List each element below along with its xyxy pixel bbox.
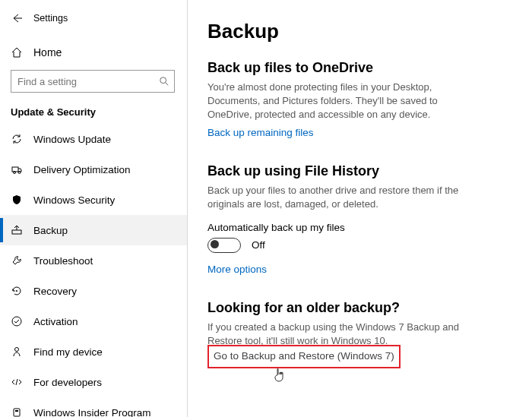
- svg-rect-4: [12, 230, 21, 234]
- delivery-icon: [11, 163, 23, 175]
- svg-point-2: [14, 172, 16, 174]
- svg-point-6: [12, 317, 21, 326]
- svg-point-5: [16, 290, 17, 292]
- svg-rect-1: [12, 167, 18, 172]
- cursor-icon: [273, 368, 285, 383]
- sync-icon: [11, 133, 23, 145]
- home-icon: [11, 46, 23, 58]
- sidebar-item-windows-security[interactable]: Windows Security: [0, 185, 187, 215]
- nav-list: Windows Update Delivery Optimization Win…: [0, 124, 187, 417]
- sidebar-item-windows-update[interactable]: Windows Update: [0, 124, 187, 154]
- sidebar-item-label: Backup: [33, 225, 68, 236]
- sidebar-item-label: Windows Update: [33, 134, 111, 145]
- sidebar-item-backup[interactable]: Backup: [0, 215, 187, 245]
- sidebar-item-label: Windows Security: [33, 194, 115, 206]
- recovery-icon: [11, 285, 23, 297]
- sidebar-item-label: Recovery: [33, 286, 77, 297]
- shield-icon: [11, 194, 23, 206]
- home-nav[interactable]: Home: [11, 38, 176, 67]
- sidebar-item-for-developers[interactable]: For developers: [0, 367, 187, 397]
- backup-icon: [11, 224, 23, 236]
- svg-point-7: [15, 348, 19, 352]
- auto-backup-label: Automatically back up my files: [207, 222, 481, 233]
- sidebar-item-label: For developers: [33, 377, 102, 388]
- sidebar-item-troubleshoot[interactable]: Troubleshoot: [0, 245, 187, 276]
- goto-backup-restore-link[interactable]: Go to Backup and Restore (Windows 7): [214, 350, 394, 362]
- svg-rect-8: [14, 409, 20, 416]
- sidebar-item-recovery[interactable]: Recovery: [0, 276, 187, 306]
- search-icon: [159, 76, 169, 87]
- activation-icon: [11, 315, 23, 327]
- find-device-icon: [11, 346, 23, 358]
- sidebar-item-label: Delivery Optimization: [33, 164, 131, 175]
- sidebar-item-delivery-optimization[interactable]: Delivery Optimization: [0, 154, 187, 185]
- window-title: Settings: [33, 13, 68, 24]
- sidebar-item-find-my-device[interactable]: Find my device: [0, 336, 187, 367]
- sidebar-item-label: Troubleshoot: [33, 255, 93, 267]
- sidebar-item-label: Find my device: [33, 346, 103, 358]
- svg-point-0: [160, 77, 166, 84]
- highlight-box: Go to Backup and Restore (Windows 7): [207, 345, 401, 368]
- sidebar-item-windows-insider[interactable]: Windows Insider Program: [0, 397, 187, 417]
- filehistory-heading: Back up using File History: [207, 163, 481, 179]
- older-backup-heading: Looking for an older backup?: [207, 300, 481, 316]
- insider-icon: [11, 406, 23, 417]
- page-title: Backup: [207, 20, 512, 43]
- back-icon[interactable]: [11, 12, 23, 24]
- sidebar-item-label: Activation: [33, 316, 78, 327]
- backup-remaining-link[interactable]: Back up remaining files: [207, 127, 314, 138]
- developers-icon: [11, 376, 23, 388]
- older-backup-desc: If you created a backup using the Window…: [207, 321, 481, 348]
- troubleshoot-icon: [11, 254, 23, 267]
- search-input[interactable]: [11, 70, 175, 93]
- more-options-link[interactable]: More options: [207, 264, 267, 275]
- onedrive-desc: You're almost done protecting files in y…: [207, 81, 481, 122]
- svg-rect-9: [15, 410, 18, 412]
- sidebar-item-label: Windows Insider Program: [33, 407, 151, 418]
- onedrive-heading: Back up files to OneDrive: [207, 60, 481, 76]
- sidebar-item-activation[interactable]: Activation: [0, 306, 187, 336]
- section-title: Update & Security: [0, 93, 187, 124]
- home-label: Home: [33, 46, 62, 58]
- svg-point-3: [18, 172, 21, 174]
- main-content: Backup Back up files to OneDrive You're …: [188, 0, 532, 417]
- filehistory-desc: Back up your files to another drive and …: [207, 184, 481, 211]
- auto-backup-toggle[interactable]: [207, 238, 241, 253]
- sidebar: Settings Home Update & Security: [0, 0, 188, 417]
- toggle-state: Off: [252, 239, 265, 251]
